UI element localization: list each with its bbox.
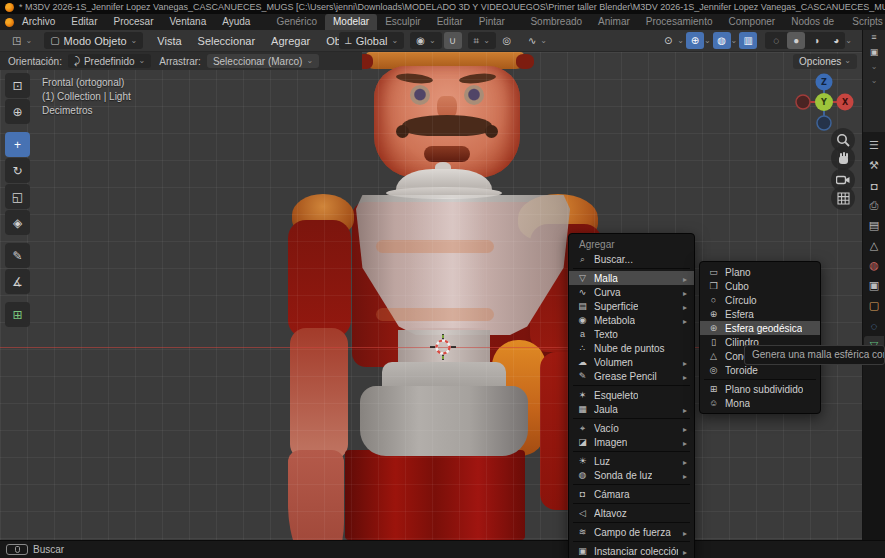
tab-object-icon: ▢ bbox=[869, 299, 879, 312]
tab-view-layer[interactable]: ▤ bbox=[864, 216, 884, 235]
add-menu-item-sonda-de-luz[interactable]: ◍Sonda de luz bbox=[569, 468, 694, 482]
snap-target-selector[interactable]: ⌗ bbox=[468, 32, 496, 49]
workspace-tab-componer[interactable]: Componer bbox=[721, 14, 784, 30]
add-menu-item-altavoz[interactable]: ◁Altavoz bbox=[569, 506, 694, 520]
gizmo-minus-z[interactable] bbox=[817, 116, 831, 130]
navigation-gizmo[interactable]: Z X Y bbox=[794, 72, 854, 132]
drag-mode-selector[interactable]: Seleccionar (Marco) bbox=[207, 54, 319, 68]
chevron-down-icon bbox=[731, 35, 738, 47]
tab-world[interactable]: ◍ bbox=[864, 256, 884, 275]
options-button[interactable]: Opciones bbox=[793, 54, 857, 69]
menubar-menu-ventana[interactable]: Ventana bbox=[162, 14, 215, 30]
add-menu-item-superficie[interactable]: ▤Superficie bbox=[569, 299, 694, 313]
add-menu-item-volumen[interactable]: ☁Volumen bbox=[569, 355, 694, 369]
workspace-tab-modelar[interactable]: Modelar bbox=[325, 14, 377, 30]
pivot-point-selector[interactable]: ◉ bbox=[410, 32, 441, 49]
add-cube-tool[interactable]: ⊞ bbox=[5, 302, 30, 327]
ortho-grid-button[interactable] bbox=[831, 186, 855, 210]
move-tool[interactable]: + bbox=[5, 132, 30, 157]
tab-collection[interactable]: ▣ bbox=[864, 276, 884, 295]
viewport-menu-agregar[interactable]: Agregar bbox=[263, 30, 318, 52]
rotate-tool[interactable]: ↻ bbox=[5, 158, 30, 183]
add-menu-item-vacio[interactable]: ⌖Vacío bbox=[569, 421, 694, 435]
mesh-item-plano[interactable]: ▭Plano bbox=[700, 265, 820, 279]
proportional-icon: ◎ bbox=[503, 35, 512, 46]
viewport-menu-vista[interactable]: Vista bbox=[149, 30, 189, 52]
mode-selector[interactable]: ▢ Modo Objeto bbox=[44, 32, 143, 49]
mesh-item-esfera[interactable]: ⊕Esfera bbox=[700, 307, 820, 321]
orientation-selector[interactable]: ⟂ Global bbox=[339, 32, 404, 49]
collection-icon[interactable]: ▣ bbox=[870, 47, 879, 57]
add-menu-item-camara[interactable]: ◘Cámara bbox=[569, 487, 694, 501]
add-menu-item-nube-de-puntos[interactable]: ∴Nube de puntos bbox=[569, 341, 694, 355]
tab-render[interactable]: ◘ bbox=[864, 176, 884, 195]
submenu-arrow-icon bbox=[683, 371, 687, 382]
menubar-menu-ayuda[interactable]: Ayuda bbox=[214, 14, 258, 30]
menubar-menu-editar[interactable]: Editar bbox=[63, 14, 105, 30]
workspace-tab-sombreado[interactable]: Sombreado bbox=[522, 14, 590, 30]
annotate-tool[interactable]: ✎ bbox=[5, 243, 30, 268]
cursor-tool[interactable]: ⊕ bbox=[5, 99, 30, 124]
mesh-item-cubo[interactable]: ❒Cubo bbox=[700, 279, 820, 293]
gizmos-toggle[interactable]: ⊕ bbox=[686, 32, 704, 49]
visibility-toggle[interactable]: ⊙ bbox=[659, 32, 677, 49]
workspace-tab-procesamiento[interactable]: Procesamiento bbox=[638, 14, 721, 30]
gizmo-minus-x[interactable] bbox=[796, 95, 810, 109]
add-menu-item-grease-pencil[interactable]: ✎Grease Pencil bbox=[569, 369, 694, 383]
add-menu-item-luz[interactable]: ☀Luz bbox=[569, 454, 694, 468]
transform-tool[interactable]: ◈ bbox=[5, 210, 30, 235]
tab-active-tool[interactable]: ☰ bbox=[864, 136, 884, 155]
falloff-selector[interactable]: ∿ bbox=[522, 32, 553, 49]
tab-scene[interactable]: △ bbox=[864, 236, 884, 255]
add-menu-item-buscar[interactable]: ⌕Buscar... bbox=[569, 252, 694, 266]
snap-toggle[interactable]: ∪ bbox=[444, 32, 462, 49]
add-menu-item-curva[interactable]: ∿Curva bbox=[569, 285, 694, 299]
chevron-down-icon[interactable]: ⌄ bbox=[871, 76, 878, 85]
workspace-tab-pintar-texturas[interactable]: Pintar texturas bbox=[471, 14, 523, 30]
mesh-item-toroide[interactable]: ◎Toroide bbox=[700, 363, 820, 377]
menubar-menu-procesar[interactable]: Procesar bbox=[105, 14, 161, 30]
shading-wireframe-button[interactable]: ◌ bbox=[767, 32, 785, 49]
orientation-preset-selector[interactable]: ⤸ Predefinido bbox=[68, 54, 151, 68]
shading-rendered-button[interactable]: ◕ bbox=[827, 32, 845, 49]
workspace-tab-scripts[interactable]: Scripts bbox=[844, 14, 885, 30]
tab-tool[interactable]: ⚒ bbox=[864, 156, 884, 175]
pan-button[interactable] bbox=[831, 146, 855, 170]
workspace-tab-gen-rico[interactable]: Genérico bbox=[268, 14, 325, 30]
outliner-tree-icon[interactable]: ≡ bbox=[871, 32, 876, 42]
chevron-down-icon[interactable]: ⌄ bbox=[871, 62, 878, 71]
workspace-tab-animar[interactable]: Animar bbox=[590, 14, 638, 30]
select-box-tool[interactable]: ⊡ bbox=[5, 73, 30, 98]
add-menu-item-imagen[interactable]: ◪Imagen bbox=[569, 435, 694, 449]
mesh-item-circulo[interactable]: ○Círculo bbox=[700, 293, 820, 307]
add-menu-item-campo-de-fuerza[interactable]: ≋Campo de fuerza bbox=[569, 525, 694, 539]
xray-toggle[interactable]: ▥ bbox=[739, 32, 757, 49]
tool-settings-bar: Orientación: ⤸ Predefinido Arrastrar: Se… bbox=[0, 52, 362, 70]
workspace-tab-esculpir[interactable]: Esculpir bbox=[377, 14, 429, 30]
add-menu-item-malla[interactable]: ▽Malla bbox=[569, 271, 694, 285]
mesh-item-mona[interactable]: ☺Mona bbox=[700, 396, 820, 410]
overlays-toggle[interactable]: ◍ bbox=[713, 32, 731, 49]
shading-material-button[interactable]: ◑ bbox=[807, 32, 825, 49]
add-menu-item-jaula[interactable]: ▦Jaula bbox=[569, 402, 694, 416]
tab-object[interactable]: ▢ bbox=[864, 296, 884, 315]
add-menu-item-texto[interactable]: aTexto bbox=[569, 327, 694, 341]
mesh-item-esfera-geodesica[interactable]: ⊛Esfera geodésica bbox=[700, 321, 820, 335]
tab-output[interactable]: ⎙ bbox=[864, 196, 884, 215]
workspace-tab-nodos-de-geometr-a[interactable]: Nodos de geometría bbox=[783, 14, 844, 30]
tab-physics[interactable]: ◌ bbox=[864, 316, 884, 335]
mesh-item-plano-subdividido[interactable]: ⊞Plano subdividido bbox=[700, 382, 820, 396]
workspace-tab-editar-uv[interactable]: Editar UV bbox=[429, 14, 471, 30]
measure-tool[interactable]: ∡ bbox=[5, 269, 30, 294]
viewport-menu-seleccionar[interactable]: Seleccionar bbox=[190, 30, 263, 52]
editor-type-button[interactable]: ◳ bbox=[6, 32, 38, 49]
mesh-item-plano-label: Plano bbox=[725, 267, 751, 278]
add-menu-item-esqueleto[interactable]: ✶Esqueleto bbox=[569, 388, 694, 402]
shading-solid-button[interactable]: ● bbox=[787, 32, 805, 49]
add-menu-item-metabola[interactable]: ◉Metabola bbox=[569, 313, 694, 327]
proportional-edit-toggle[interactable]: ◎ bbox=[498, 32, 516, 49]
blender-menu-icon[interactable] bbox=[5, 18, 14, 27]
menubar-menu-archivo[interactable]: Archivo bbox=[14, 14, 63, 30]
scale-tool[interactable]: ◱ bbox=[5, 184, 30, 209]
add-menu-item-instanciar-coleccion[interactable]: ▣Instanciar colección bbox=[569, 544, 694, 558]
